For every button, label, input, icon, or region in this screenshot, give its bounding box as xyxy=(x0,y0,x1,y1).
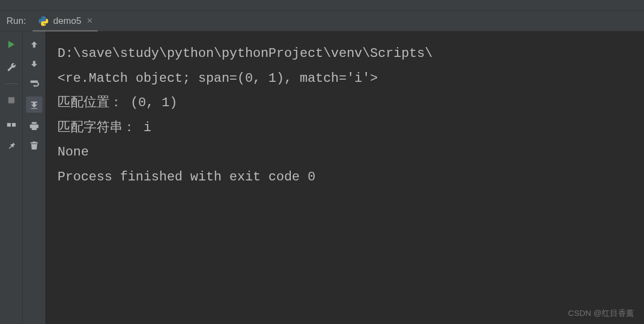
up-arrow-icon[interactable] xyxy=(28,38,41,51)
svg-rect-2 xyxy=(12,123,16,127)
scroll-to-end-icon[interactable] xyxy=(26,96,42,113)
console-line: None xyxy=(58,140,632,165)
console-output[interactable]: D:\save\study\python\pythonProject\venv\… xyxy=(46,31,644,324)
soft-wrap-icon[interactable] xyxy=(28,77,41,90)
run-tab-demo5[interactable]: demo5 × xyxy=(33,12,98,32)
pin-icon[interactable] xyxy=(5,139,18,152)
console-line: <re.Match object; span=(0, 1), match='i'… xyxy=(58,66,632,91)
divider xyxy=(5,83,18,84)
svg-rect-1 xyxy=(7,123,11,127)
window-border xyxy=(0,0,644,11)
console-line: 匹配字符串： i xyxy=(58,115,632,140)
close-icon[interactable]: × xyxy=(87,15,93,27)
tab-label: demo5 xyxy=(53,16,81,27)
python-icon xyxy=(38,16,49,27)
console-line: Process finished with exit code 0 xyxy=(58,165,632,190)
console-line: D:\save\study\python\pythonProject\venv\… xyxy=(58,41,632,66)
primary-toolbar xyxy=(0,31,23,324)
console-line: 匹配位置： (0, 1) xyxy=(58,90,632,115)
stop-icon[interactable] xyxy=(5,94,18,107)
run-icon[interactable] xyxy=(5,38,18,51)
watermark: CSDN @红目香薰 xyxy=(568,308,634,319)
wrench-icon[interactable] xyxy=(5,61,18,74)
secondary-toolbar xyxy=(23,31,46,324)
main-area: D:\save\study\python\pythonProject\venv\… xyxy=(0,31,644,324)
layout-icon[interactable] xyxy=(5,116,18,129)
run-panel-label: Run: xyxy=(0,16,33,27)
down-arrow-icon[interactable] xyxy=(28,57,41,70)
trash-icon[interactable] xyxy=(28,139,41,152)
print-icon[interactable] xyxy=(28,119,41,132)
run-tab-bar: Run: demo5 × xyxy=(0,11,644,31)
svg-rect-0 xyxy=(8,97,14,103)
